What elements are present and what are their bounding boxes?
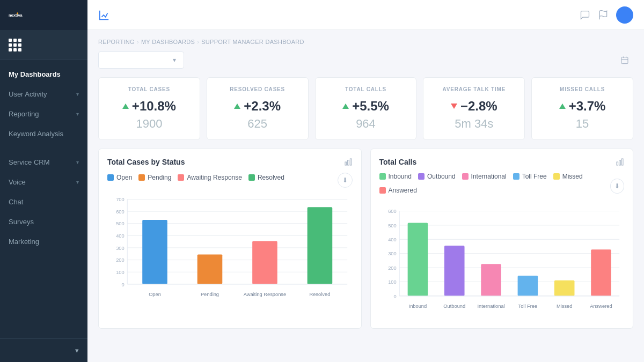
svg-text:400: 400 — [388, 237, 397, 242]
svg-text:700: 700 — [116, 197, 125, 202]
dropdown-arrow: ▾ — [173, 56, 176, 64]
charts-row: Total Cases by Status OpenPendingAwaitin… — [98, 149, 633, 329]
sidebar-item-label: Voice — [9, 178, 26, 186]
legend-dot — [107, 174, 114, 181]
stat-label: TOTAL CASES — [128, 86, 170, 92]
svg-rect-36 — [617, 162, 618, 165]
toolbar: ▾ — [98, 51, 633, 69]
trend-up-icon — [234, 104, 240, 109]
sidebar-nav: My Dashboards User Activity ▾ Reporting … — [0, 60, 87, 338]
svg-text:300: 300 — [116, 246, 125, 251]
stat-change: +5.5% — [342, 99, 389, 114]
flag-icon[interactable] — [598, 10, 609, 20]
legend-dot — [462, 173, 469, 180]
stat-card: MISSED CALLS +3.7% 15 — [531, 77, 633, 140]
legend-item: Inbound — [379, 173, 412, 180]
download-button[interactable]: ⬇ — [338, 173, 353, 188]
chart-title: Total Calls — [379, 158, 417, 166]
svg-rect-53 — [407, 223, 428, 295]
stat-change: +10.8% — [122, 99, 176, 114]
svg-text:600: 600 — [388, 209, 397, 214]
svg-text:0: 0 — [122, 282, 125, 287]
topbar-right — [580, 6, 633, 24]
sidebar-item-user-activity[interactable]: User Activity ▾ — [0, 84, 87, 104]
stat-percent: +2.3% — [244, 99, 281, 114]
stat-card: TOTAL CALLS +5.5% 964 — [315, 77, 417, 140]
stat-label: AVERAGE TALK TIME — [442, 86, 506, 92]
breadcrumb-sep: › — [197, 39, 199, 45]
svg-text:Resolved: Resolved — [310, 292, 331, 297]
svg-rect-55 — [444, 246, 464, 296]
legend-label: Awaiting Response — [187, 174, 242, 181]
legend-dot — [138, 174, 145, 181]
download-button[interactable]: ⬇ — [610, 179, 624, 194]
breadcrumb-current: SUPPORT MANAGER DASHBOARD — [201, 39, 304, 45]
trend-down-icon — [451, 104, 457, 109]
chart-title: Total Cases by Status — [107, 158, 185, 166]
calendar-icon — [620, 56, 629, 64]
sidebar-item-label: Surveys — [9, 218, 34, 226]
sidebar-item-voice[interactable]: Voice ▾ — [0, 172, 87, 192]
legend-item: Awaiting Response — [178, 174, 242, 181]
legend-dot — [379, 187, 386, 194]
topbar — [87, 0, 644, 30]
legend-label: Inbound — [389, 173, 412, 180]
legend-label: Pending — [148, 174, 171, 181]
legend-label: Toll Free — [522, 173, 547, 180]
bar-chart-icon — [344, 158, 353, 166]
settings-item[interactable]: ▾ — [9, 346, 79, 354]
legend-item: Toll Free — [513, 173, 547, 180]
chevron-icon: ▾ — [76, 111, 79, 117]
svg-text:400: 400 — [116, 233, 125, 239]
stat-change: −2.8% — [451, 99, 497, 114]
apps-menu[interactable] — [0, 30, 87, 60]
stat-change: +3.7% — [559, 99, 606, 114]
legend-dot — [248, 174, 255, 181]
svg-rect-9 — [350, 159, 352, 165]
svg-text:Missed: Missed — [556, 304, 572, 309]
stat-cards: TOTAL CASES +10.8% 1900 RESOLVED CASES +… — [98, 77, 633, 140]
svg-rect-59 — [517, 276, 538, 296]
sidebar-item-marketing[interactable]: Marketing — [0, 232, 87, 252]
chevron-icon: ▾ — [75, 346, 79, 354]
sidebar-item-chat[interactable]: Chat — [0, 192, 87, 212]
analytics-icon — [98, 9, 110, 21]
stat-value: 5m 34s — [455, 117, 493, 131]
svg-text:100: 100 — [116, 270, 125, 275]
svg-text:Answered: Answered — [590, 304, 612, 309]
sidebar-item-reporting[interactable]: Reporting ▾ — [0, 104, 87, 124]
breadcrumb-reporting[interactable]: REPORTING — [98, 39, 135, 45]
svg-rect-8 — [347, 160, 349, 165]
stat-label: RESOLVED CASES — [230, 86, 285, 92]
svg-text:200: 200 — [388, 265, 397, 271]
date-range[interactable] — [620, 56, 633, 64]
stat-percent: +10.8% — [132, 99, 176, 114]
svg-text:Open: Open — [149, 292, 161, 297]
stat-card: AVERAGE TALK TIME −2.8% 5m 34s — [423, 77, 525, 140]
svg-text:600: 600 — [116, 209, 125, 215]
svg-text:Toll Free: Toll Free — [518, 304, 537, 309]
page-content: REPORTING › MY DASHBOARDS › SUPPORT MANA… — [87, 30, 644, 362]
chat-icon[interactable] — [580, 10, 590, 20]
dashboard-dropdown[interactable]: ▾ — [98, 51, 184, 69]
stat-value: 625 — [247, 117, 267, 131]
sidebar-item-service-crm[interactable]: Service CRM ▾ — [0, 152, 87, 172]
sidebar-item-label: Marketing — [9, 238, 39, 246]
breadcrumb-dashboards[interactable]: MY DASHBOARDS — [141, 39, 195, 45]
sidebar-item-surveys[interactable]: Surveys — [0, 212, 87, 232]
chart-legend: InboundOutboundInternationalToll FreeMis… — [379, 173, 610, 194]
sidebar-item-label: Keyword Analysis — [9, 130, 63, 138]
sidebar-item-my-dashboards[interactable]: My Dashboards — [0, 64, 87, 84]
svg-rect-7 — [345, 162, 347, 165]
legend-item: International — [462, 173, 507, 180]
user-avatar[interactable] — [616, 6, 633, 24]
sidebar-item-keyword-analysis[interactable]: Keyword Analysis — [0, 124, 87, 144]
svg-text:100: 100 — [388, 279, 397, 285]
legend-item: Answered — [379, 187, 417, 194]
stat-value: 1900 — [136, 117, 162, 131]
svg-text:0: 0 — [393, 294, 396, 299]
breadcrumb-sep: › — [137, 39, 139, 45]
svg-rect-61 — [554, 280, 574, 296]
sidebar-item-label: My Dashboards — [9, 70, 61, 78]
sidebar: nextiva My Dashboards User Activity ▾ Re… — [0, 0, 87, 362]
